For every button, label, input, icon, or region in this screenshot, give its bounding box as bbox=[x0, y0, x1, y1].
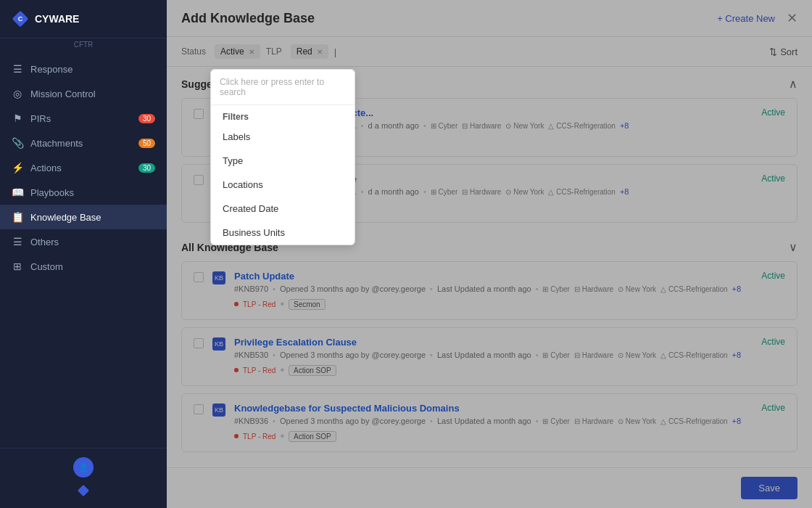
sidebar-item-label: Response bbox=[30, 64, 73, 75]
dropdown-item-business-units[interactable]: Business Units bbox=[211, 221, 355, 245]
custom-icon: ⊞ bbox=[12, 261, 23, 272]
actions-badge: 30 bbox=[138, 163, 155, 173]
playbooks-icon: 📖 bbox=[12, 187, 23, 198]
pirs-badge: 30 bbox=[138, 114, 155, 123]
response-icon: ☰ bbox=[12, 63, 23, 75]
dropdown-search-hint: Click here or press enter to search bbox=[211, 70, 355, 105]
cftr-label: CFTR bbox=[0, 38, 167, 51]
sidebar-bottom: 👤 bbox=[0, 448, 167, 508]
dropdown-item-created-date[interactable]: Created Date bbox=[211, 197, 355, 221]
dropdown-item-type[interactable]: Type bbox=[211, 149, 355, 173]
dropdown-filters-header: Filters bbox=[211, 105, 355, 125]
sidebar-item-mission-control[interactable]: ◎ Mission Control bbox=[0, 81, 167, 106]
dropdown-item-locations[interactable]: Locations bbox=[211, 173, 355, 197]
cyware-footer-logo bbox=[76, 483, 91, 498]
sidebar-item-playbooks[interactable]: 📖 Playbooks bbox=[0, 180, 167, 205]
logo: C CYWARE bbox=[10, 9, 79, 29]
svg-rect-2 bbox=[78, 485, 89, 496]
sidebar-item-label: Custom bbox=[30, 261, 63, 272]
attachments-icon: 📎 bbox=[12, 137, 23, 149]
sidebar-item-knowledge-base[interactable]: 📋 Knowledge Base bbox=[0, 205, 167, 229]
sidebar-item-label: Others bbox=[30, 237, 59, 247]
sidebar-item-actions[interactable]: ⚡ Actions 30 bbox=[0, 155, 167, 180]
sidebar-item-attachments[interactable]: 📎 Attachments 50 bbox=[0, 131, 167, 155]
filter-dropdown: Click here or press enter to search Filt… bbox=[210, 69, 355, 245]
sidebar-nav: ☰ Response ◎ Mission Control ⚑ PIRs 30 📎… bbox=[0, 51, 167, 448]
sidebar-item-label: Playbooks bbox=[30, 187, 74, 198]
svg-text:C: C bbox=[18, 15, 23, 22]
sidebar-item-label: Mission Control bbox=[30, 89, 96, 99]
sidebar-item-others[interactable]: ☰ Others bbox=[0, 229, 167, 254]
sidebar-item-response[interactable]: ☰ Response bbox=[0, 57, 167, 81]
main-content: ← Please do not subm... Add Knowledge Ba… bbox=[167, 0, 812, 508]
attachments-badge: 50 bbox=[138, 139, 155, 148]
mission-control-icon: ◎ bbox=[12, 88, 23, 99]
logo-text: CYWARE bbox=[35, 13, 79, 25]
actions-icon: ⚡ bbox=[12, 162, 23, 173]
others-icon: ☰ bbox=[12, 236, 23, 247]
sidebar-item-pirs[interactable]: ⚑ PIRs 30 bbox=[0, 106, 167, 131]
sidebar-item-label: PIRs bbox=[30, 113, 51, 124]
knowledge-base-icon: 📋 bbox=[12, 211, 23, 223]
user-section: 👤 bbox=[12, 457, 155, 499]
pirs-icon: ⚑ bbox=[12, 112, 23, 124]
cyware-footer-label bbox=[76, 483, 91, 499]
logo-icon: C bbox=[10, 9, 30, 29]
sidebar-header: C CYWARE bbox=[0, 0, 167, 38]
sidebar-item-label: Actions bbox=[30, 163, 62, 173]
sidebar-item-label: Knowledge Base bbox=[30, 212, 102, 223]
sidebar: C CYWARE CFTR ☰ Response ◎ Mission Contr… bbox=[0, 0, 167, 508]
avatar[interactable]: 👤 bbox=[73, 457, 94, 478]
dropdown-item-labels[interactable]: Labels bbox=[211, 125, 355, 149]
sidebar-item-label: Attachments bbox=[30, 138, 83, 149]
sidebar-item-custom[interactable]: ⊞ Custom bbox=[0, 254, 167, 279]
